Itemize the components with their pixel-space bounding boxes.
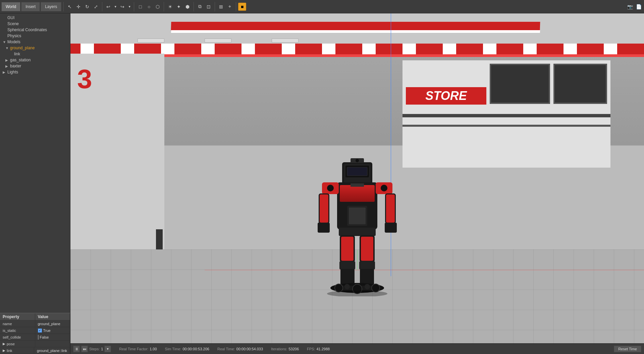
tree-item-gas-station[interactable]: ▶ gas_station [0,57,70,63]
sim-time-value: 00:00:00:53.206 [182,347,209,351]
steps-label: Steps: [89,347,100,351]
store-building: STORE [402,60,610,168]
redo-icon[interactable]: ↪ [118,3,126,11]
toolbar-sep-2 [102,2,102,11]
tree-item-models[interactable]: ▼ Models [0,39,70,45]
prop-header: Property Value [0,313,70,320]
arrow-models: ▼ [3,40,6,44]
prop-self-collide-label: self_collide [0,334,35,340]
prop-row-link[interactable]: ▶link ground_plane::link [0,347,70,354]
svg-point-9 [356,159,359,162]
toolbar-sep-6 [215,2,215,11]
prop-row-is-static: is_static ✓ True [0,327,70,334]
svg-point-34 [372,284,380,292]
prop-pose-label: ▶pose [0,341,35,347]
tab-insert[interactable]: Insert [21,2,40,11]
orange-select-icon[interactable]: ■ [238,3,246,11]
x-axis-line [205,270,644,270]
prop-self-collide-value[interactable]: False [35,334,70,340]
box-icon[interactable]: □ [136,3,144,11]
tree-item-baxter[interactable]: ▶ baxter [0,63,70,69]
tree-item-lights[interactable]: ▶ Lights [0,69,70,75]
store-window-1 [490,64,550,104]
svg-rect-7 [347,167,367,176]
is-static-checkbox[interactable]: ✓ True [38,329,51,333]
svg-rect-23 [341,237,354,261]
tab-layers[interactable]: Layers [41,2,61,11]
realtime-factor-value: 1.00 [150,347,157,351]
arrow-gui [3,16,6,20]
tree-item-scene[interactable]: Scene [0,21,70,27]
tree-item-spherical[interactable]: Spherical Coordinates [0,27,70,33]
tree-item-link[interactable]: link [0,51,70,57]
real-time-value: 00:00:00:54.033 [236,347,263,351]
svg-rect-10 [351,183,364,187]
arrow-spherical [3,28,6,32]
snap-icon[interactable]: ⌖ [226,3,234,11]
prop-name-value: ground_plane [35,320,70,327]
translate-icon[interactable]: ✛ [74,3,83,11]
step-button[interactable]: ⏭ [81,346,88,352]
store-sign-text: STORE [425,89,467,103]
arrow-gas-station: ▶ [5,58,9,62]
spotlight-icon[interactable]: ✦ [175,3,183,11]
svg-rect-21 [339,228,376,236]
arrow-baxter: ▶ [5,64,9,68]
reset-time-button[interactable]: Reset Time [614,346,641,352]
select-icon[interactable]: ↖ [66,3,74,11]
canopy-red-bar [171,22,540,31]
is-static-cb-box: ✓ [38,329,42,333]
rotate-icon[interactable]: ↻ [83,3,91,11]
building-stripe-2 [402,125,610,127]
log-icon[interactable]: 📄 [635,3,643,11]
toolbar-sep-4 [164,2,164,11]
svg-rect-19 [385,223,397,233]
prop-row-self-collide: self_collide False [0,334,70,341]
sim-time-label: Sim Time: [165,347,181,351]
viewport-scene: 3 STORE [70,13,644,343]
prop-is-static-value[interactable]: ✓ True [35,327,70,334]
toolbar-sep-3 [134,2,134,11]
viewport[interactable]: 3 STORE [70,13,644,354]
properties-panel: Property Value name ground_plane is_stat… [0,313,70,354]
main-area: GUI Scene Spherical Coordinates Physics … [0,13,644,354]
prop-link-value: ground_plane::link [34,347,70,354]
copy-icon[interactable]: ⧉ [196,3,204,11]
steps-value: 1 [101,347,103,351]
svg-rect-1 [340,185,375,202]
toolbar-sep-5 [194,2,194,11]
svg-point-15 [327,185,334,191]
arrow-physics [3,34,6,38]
prop-is-static-label: is_static [0,327,35,334]
pump-handle [156,229,163,249]
tree-item-gui[interactable]: GUI [0,15,70,21]
toolbar-sep-7 [236,2,236,11]
prop-link-label: ▶link [0,347,34,354]
self-collide-cb-box [38,335,39,340]
sphere-icon[interactable]: ○ [145,3,153,11]
scale-icon[interactable]: ⤢ [92,3,100,11]
tree-item-physics[interactable]: Physics [0,33,70,39]
store-window-2 [553,64,607,104]
arrow-link [9,52,13,56]
screenshot-icon[interactable]: 📷 [626,3,634,11]
cylinder-icon[interactable]: ⬡ [154,3,162,11]
prop-header-value: Value [35,313,70,320]
robot-svg [304,129,411,296]
tab-world[interactable]: World [1,2,20,11]
prop-row-pose[interactable]: ▶pose [0,341,70,347]
svg-rect-24 [339,261,355,270]
redo-arrow[interactable]: ▼ [127,3,132,11]
undo-icon[interactable]: ↩ [104,3,112,11]
undo-arrow[interactable]: ▼ [113,3,118,11]
self-collide-checkbox[interactable]: False [38,335,49,339]
fps-value: 41.2988 [316,347,330,351]
steps-dropdown[interactable]: ▼ [104,346,111,352]
sun-icon[interactable]: ☀ [166,3,174,11]
paste-icon[interactable]: ⊡ [205,3,213,11]
pointlight-icon[interactable]: ⬢ [183,3,192,11]
pause-button[interactable]: ⏸ [73,346,80,352]
tree-item-ground-plane[interactable]: ▼ ground_plane [0,45,70,51]
align-icon[interactable]: ⊞ [217,3,225,11]
prop-header-property: Property [0,313,35,320]
